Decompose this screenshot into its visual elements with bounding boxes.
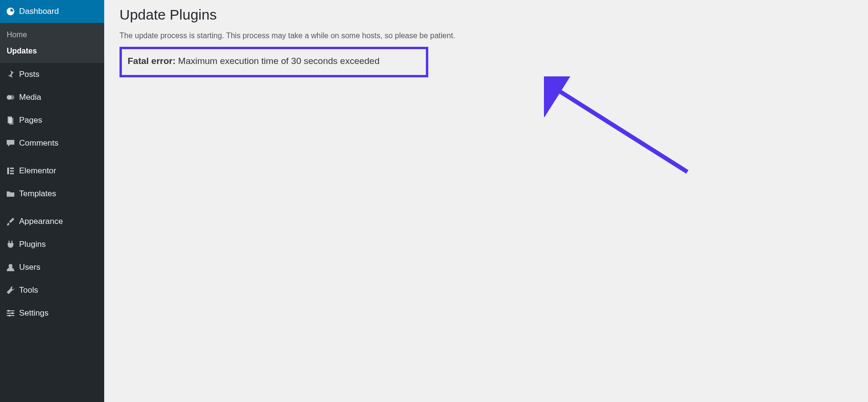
sidebar-label: Media (19, 93, 41, 102)
sidebar-item-plugins[interactable]: Plugins (0, 233, 104, 256)
sidebar-item-tools[interactable]: Tools (0, 279, 104, 302)
svg-line-15 (550, 85, 687, 172)
svg-rect-4 (7, 168, 9, 174)
svg-rect-3 (9, 118, 13, 125)
svg-point-13 (11, 312, 13, 314)
sidebar-sub-updates[interactable]: Updates (0, 43, 104, 59)
admin-sidebar: Dashboard Home Updates Posts Media Pages… (0, 0, 104, 402)
sidebar-label: Comments (19, 138, 58, 148)
sidebar-label: Tools (19, 286, 38, 295)
svg-point-12 (8, 310, 10, 312)
sidebar-item-elementor[interactable]: Elementor (0, 159, 104, 182)
fatal-error-box: Fatal error: Maximum execution time of 3… (119, 47, 428, 77)
sidebar-item-settings[interactable]: Settings (0, 302, 104, 325)
sidebar-submenu: Home Updates (0, 23, 104, 63)
sidebar-item-appearance[interactable]: Appearance (0, 210, 104, 233)
svg-point-14 (9, 315, 11, 317)
fatal-error-label: Fatal error: (128, 56, 175, 66)
page-title: Update Plugins (119, 7, 853, 23)
dashboard-icon (6, 7, 19, 16)
sidebar-item-posts[interactable]: Posts (0, 63, 104, 86)
svg-rect-6 (10, 170, 14, 172)
user-icon (6, 263, 19, 272)
sliders-icon (6, 308, 19, 318)
sidebar-label: Users (19, 263, 40, 272)
sidebar-label: Pages (19, 116, 42, 125)
svg-point-8 (9, 264, 12, 268)
comment-icon (6, 138, 19, 148)
sidebar-separator (0, 205, 104, 210)
sidebar-label: Posts (19, 70, 40, 79)
brush-icon (6, 217, 19, 226)
sidebar-label: Appearance (19, 217, 63, 226)
sidebar-separator (0, 155, 104, 159)
main-content: Update Plugins The update process is sta… (104, 0, 868, 402)
fatal-error-message: Maximum execution time of 30 seconds exc… (175, 56, 380, 66)
page-icon (6, 116, 19, 125)
sidebar-label: Elementor (19, 166, 56, 176)
update-info-text: The update process is starting. This pro… (119, 32, 853, 40)
sidebar-item-media[interactable]: Media (0, 86, 104, 109)
sidebar-label: Settings (19, 308, 48, 318)
svg-rect-7 (10, 173, 14, 174)
sidebar-item-comments[interactable]: Comments (0, 132, 104, 155)
sidebar-item-users[interactable]: Users (0, 256, 104, 279)
elementor-icon (6, 166, 19, 176)
media-icon (6, 93, 19, 102)
pin-icon (6, 70, 19, 79)
plug-icon (6, 240, 19, 249)
sidebar-item-dashboard[interactable]: Dashboard (0, 0, 104, 23)
wrench-icon (6, 286, 19, 295)
svg-rect-5 (10, 168, 14, 169)
sidebar-label: Dashboard (19, 7, 59, 16)
sidebar-item-templates[interactable]: Templates (0, 182, 104, 205)
sidebar-label: Templates (19, 189, 56, 199)
svg-point-1 (10, 95, 14, 100)
folder-icon (6, 189, 19, 199)
annotation-arrow (544, 76, 697, 181)
sidebar-item-pages[interactable]: Pages (0, 109, 104, 132)
sidebar-sub-home[interactable]: Home (0, 27, 104, 43)
sidebar-label: Plugins (19, 240, 46, 249)
